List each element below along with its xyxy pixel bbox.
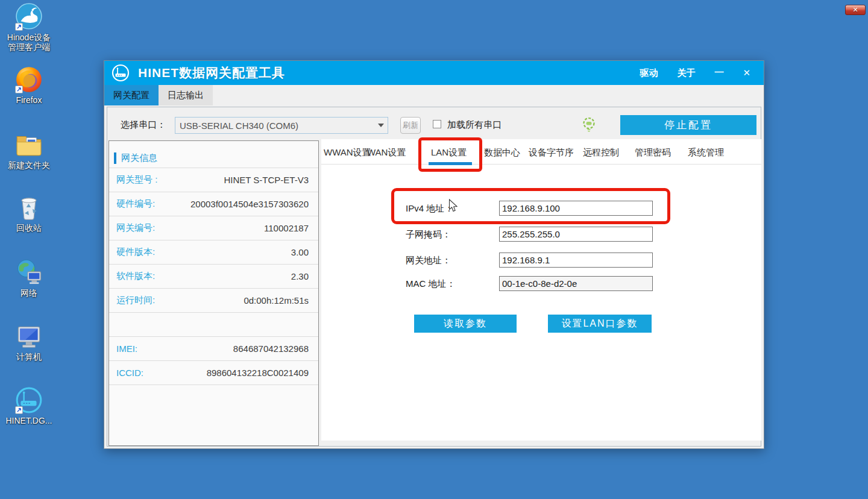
desktop-icon-network[interactable]: 网络 [1,258,57,298]
gateway-info-header: 网关信息 [121,152,157,164]
read-params-button[interactable]: 读取参数 [414,315,517,333]
info-row-model: 网关型号 : HINET S-TCP-ET-V3 [109,168,318,192]
tab-system-management[interactable]: 系统管理 [688,147,724,158]
serial-port-select[interactable]: USB-SERIAL CH340 (COM6) [175,117,388,134]
tab-admin-password[interactable]: 管理密码 [635,147,671,158]
tab-byte-order[interactable]: 设备字节序 [529,147,574,158]
window-title: HINET数据网关配置工具 [138,64,285,81]
desktop-icon-label: 计算机 [1,352,57,362]
minimize-button[interactable]: — [714,66,723,77]
serial-port-label: 选择串口： [121,119,166,131]
shortcut-arrow-icon [15,86,23,93]
folder-icon [14,130,43,159]
desktop-icon-label: Hinode设备 [1,33,57,42]
desktop-icon-new-folder[interactable]: 新建文件夹 [1,130,57,170]
desktop-icon-label: HINET.DG... [1,416,57,425]
chevron-down-icon [374,121,388,130]
info-row-imei: IMEI: 864687042132968 [109,337,318,361]
subnet-mask-input[interactable] [499,227,653,242]
load-all-ports-label: 加载所有串口 [447,119,502,131]
desktop-icon-label: 回收站 [1,223,57,233]
info-row-gateway-id: 网关编号: 110002187 [109,216,318,240]
serial-port-value: USB-SERIAL CH340 (COM6) [175,121,374,131]
desktop-icon-recycle-bin[interactable]: 回收站 [1,193,57,233]
mac-addr-input[interactable] [499,276,653,291]
firefox-icon [14,65,43,94]
info-row-uptime: 运行时间: 0d:00h:12m:51s [109,289,318,313]
tab-remote-control[interactable]: 远程控制 [583,147,619,158]
hinode-client-icon [14,2,43,31]
info-row-hw-version: 硬件版本: 3.00 [109,240,318,265]
network-icon [14,258,43,287]
about-button[interactable]: 关于 [677,67,695,79]
load-all-ports-checkbox[interactable] [433,120,441,128]
recycle-bin-icon [14,193,43,222]
settings-tab-bar: WWAN设置 WAN设置 LAN设置 数据中心 设备字节序 远程控制 管理密码 … [321,139,761,165]
connection-status-icon [581,117,597,133]
settings-panel: WWAN设置 WAN设置 LAN设置 数据中心 设备字节序 远程控制 管理密码 … [321,139,761,441]
desktop-icon-label: 新建文件夹 [1,160,57,170]
tab-gateway-config[interactable]: 网关配置 [104,85,159,105]
shortcut-arrow-icon [15,23,23,31]
stop-config-button[interactable]: 停止配置 [620,115,756,135]
titlebar: HINET数据网关配置工具 驱动 关于 — ✕ [104,61,764,85]
desktop-close-button[interactable]: ✕ [845,5,866,15]
tab-log-output[interactable]: 日志输出 [159,85,213,105]
content-frame: 选择串口： USB-SERIAL CH340 (COM6) 刷新 加载所有串口 … [107,107,761,447]
subnet-mask-label: 子网掩码： [406,229,451,240]
active-tab-underline [429,162,472,165]
computer-icon [14,322,43,351]
ipv4-input[interactable] [499,201,653,216]
desktop-icon-hinet-dg[interactable]: HINET.DG... [1,386,57,425]
main-tab-bar: 网关配置 日志输出 [104,85,764,105]
app-window: HINET数据网关配置工具 驱动 关于 — ✕ 网关配置 日志输出 选择串口： … [104,60,764,449]
close-button[interactable]: ✕ [743,67,750,78]
desktop-icon-label: 管理客户端 [1,42,57,52]
gateway-addr-label: 网关地址： [406,255,451,266]
section-accent-bar [114,152,116,164]
desktop-icon-firefox[interactable]: Firefox [1,65,57,105]
gateway-info-panel: 网关信息 网关型号 : HINET S-TCP-ET-V3 硬件编号: 2000… [108,140,319,446]
desktop-icon-hinode-client[interactable]: Hinode设备 管理客户端 [1,2,57,52]
desktop-icon-label: 网络 [1,288,57,298]
gateway-addr-input[interactable] [499,253,653,268]
tab-data-center[interactable]: 数据中心 [484,147,520,158]
router-app-icon [112,64,130,82]
info-row-sw-version: 软件版本: 2.30 [109,265,318,289]
tab-lan-settings[interactable]: LAN设置 [431,147,467,158]
desktop-icon-computer[interactable]: 计算机 [1,322,57,362]
set-lan-params-button[interactable]: 设置LAN口参数 [548,315,652,333]
desktop-icon-label: Firefox [1,95,57,105]
tab-wan-settings[interactable]: WAN设置 [367,147,406,158]
hinet-dg-icon [14,386,43,415]
driver-button[interactable]: 驱动 [640,67,658,79]
desktop: Hinode设备 管理客户端 Firefox [0,0,868,499]
tab-wwan-settings[interactable]: WWAN设置 [324,147,371,158]
refresh-button[interactable]: 刷新 [400,117,421,134]
info-row-iccid: ICCID: 898604132218C0021409 [109,361,318,385]
shortcut-arrow-icon [15,406,23,414]
mac-addr-label: MAC 地址： [406,278,456,290]
ipv4-label: IPv4 地址： [406,203,453,215]
info-row-hardware-id: 硬件编号: 20003f0014504e3157303620 [109,192,318,216]
info-row-empty [109,313,318,337]
